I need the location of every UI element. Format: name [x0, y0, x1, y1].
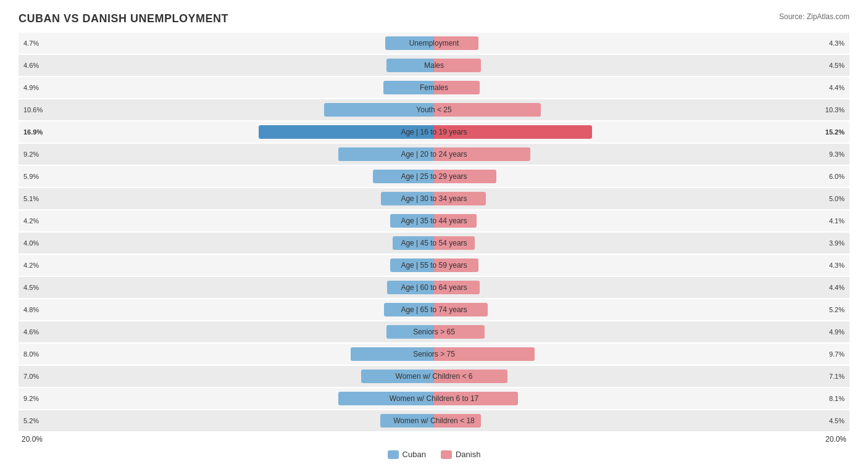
right-value: 4.3% — [829, 39, 845, 47]
pink-bar — [434, 236, 475, 250]
left-value: 9.2% — [23, 395, 39, 402]
left-value: 5.2% — [23, 417, 39, 424]
left-value: 4.2% — [23, 217, 39, 225]
pink-bar — [434, 303, 488, 316]
blue-bar — [338, 392, 434, 405]
chart-source: Source: ZipAtlas.com — [779, 12, 849, 21]
pink-bar — [434, 125, 592, 139]
row-inner: 5.9% 6.0% Age | 25 to 29 years — [19, 166, 849, 187]
blue-bar — [381, 192, 434, 205]
right-section — [434, 166, 849, 187]
right-section — [434, 210, 849, 231]
right-value: 5.0% — [829, 195, 845, 202]
blue-bar — [385, 36, 434, 50]
left-value: 16.9% — [23, 128, 43, 136]
chart-row: 9.2% 8.1% Women w/ Children 6 to 17 — [19, 388, 849, 409]
blue-bar — [393, 236, 434, 250]
pink-bar — [434, 103, 541, 117]
left-section — [19, 233, 434, 254]
left-section — [19, 321, 434, 342]
left-section — [19, 33, 434, 54]
left-section — [19, 188, 434, 209]
chart-row: 16.9% 15.2% Age | 16 to 19 years — [19, 122, 849, 143]
row-inner: 4.6% 4.9% Seniors > 65 — [19, 321, 849, 342]
right-value: 10.3% — [825, 106, 845, 114]
pink-bar — [434, 192, 486, 205]
chart-row: 8.0% 9.7% Seniors > 75 — [19, 344, 849, 365]
chart-row: 4.7% 4.3% Unemployment — [19, 33, 849, 54]
pink-bar — [434, 281, 480, 294]
right-value: 9.7% — [829, 350, 845, 358]
chart-row: 4.6% 4.9% Seniors > 65 — [19, 321, 849, 342]
left-value: 7.0% — [23, 373, 39, 380]
right-section — [434, 233, 849, 254]
right-section — [434, 255, 849, 276]
row-inner: 4.8% 5.2% Age | 65 to 74 years — [19, 299, 849, 320]
left-section — [19, 410, 434, 431]
left-value: 4.8% — [23, 306, 39, 313]
axis-max-label: 20.0% — [825, 435, 846, 444]
left-value: 4.6% — [23, 328, 39, 336]
right-section — [434, 366, 849, 387]
cuban-swatch — [388, 450, 399, 459]
right-value: 5.2% — [829, 306, 845, 313]
axis-labels: 20.0% 20.0% — [19, 435, 849, 444]
left-section — [19, 255, 434, 276]
right-value: 15.2% — [825, 128, 845, 136]
danish-swatch — [441, 450, 452, 459]
blue-bar — [338, 147, 434, 161]
left-value: 4.2% — [23, 262, 39, 269]
blue-bar — [259, 125, 434, 139]
left-section — [19, 99, 434, 120]
right-section — [434, 55, 849, 76]
chart-row: 5.1% 5.0% Age | 30 to 34 years — [19, 188, 849, 209]
chart-row: 4.9% 4.4% Females — [19, 77, 849, 98]
row-inner: 4.2% 4.3% Age | 55 to 59 years — [19, 255, 849, 276]
pink-bar — [434, 392, 518, 405]
left-value: 4.6% — [23, 62, 39, 69]
blue-bar — [390, 258, 434, 272]
right-section — [434, 410, 849, 431]
right-value: 4.5% — [829, 417, 845, 424]
right-value: 4.9% — [829, 328, 845, 336]
pink-bar — [434, 325, 485, 339]
row-inner: 5.2% 4.5% Women w/ Children < 18 — [19, 410, 849, 431]
right-value: 4.1% — [829, 217, 845, 225]
row-inner: 9.2% 8.1% Women w/ Children 6 to 17 — [19, 388, 849, 409]
left-section — [19, 344, 434, 365]
right-value: 3.9% — [829, 239, 845, 247]
blue-bar — [380, 414, 434, 428]
danish-label: Danish — [456, 450, 480, 459]
blue-bar — [386, 325, 434, 339]
right-value: 8.1% — [829, 395, 845, 402]
left-section — [19, 299, 434, 320]
left-section — [19, 122, 434, 143]
left-section — [19, 277, 434, 298]
right-section — [434, 77, 849, 98]
chart-row: 4.8% 5.2% Age | 65 to 74 years — [19, 299, 849, 320]
chart-row: 10.6% 10.3% Youth < 25 — [19, 99, 849, 120]
row-inner: 4.5% 4.4% Age | 60 to 64 years — [19, 277, 849, 298]
blue-bar — [387, 281, 434, 294]
blue-bar — [361, 370, 434, 383]
left-value: 4.9% — [23, 84, 39, 91]
pink-bar — [434, 258, 478, 272]
chart-row: 9.2% 9.3% Age | 20 to 24 years — [19, 144, 849, 165]
pink-bar — [434, 59, 481, 72]
right-section — [434, 277, 849, 298]
left-value: 8.0% — [23, 350, 39, 358]
right-value: 4.4% — [829, 84, 845, 91]
left-section — [19, 77, 434, 98]
row-inner: 10.6% 10.3% Youth < 25 — [19, 99, 849, 120]
legend: Cuban Danish — [19, 450, 849, 459]
chart-row: 4.5% 4.4% Age | 60 to 64 years — [19, 277, 849, 298]
row-inner: 4.6% 4.5% Males — [19, 55, 849, 76]
blue-bar — [351, 347, 434, 361]
right-section — [434, 99, 849, 120]
chart-row: 4.2% 4.1% Age | 35 to 44 years — [19, 210, 849, 231]
blue-bar — [390, 214, 434, 228]
chart-row: 7.0% 7.1% Women w/ Children < 6 — [19, 366, 849, 387]
left-value: 9.2% — [23, 151, 39, 158]
chart-row: 4.0% 3.9% Age | 45 to 54 years — [19, 233, 849, 254]
blue-bar — [384, 303, 434, 316]
